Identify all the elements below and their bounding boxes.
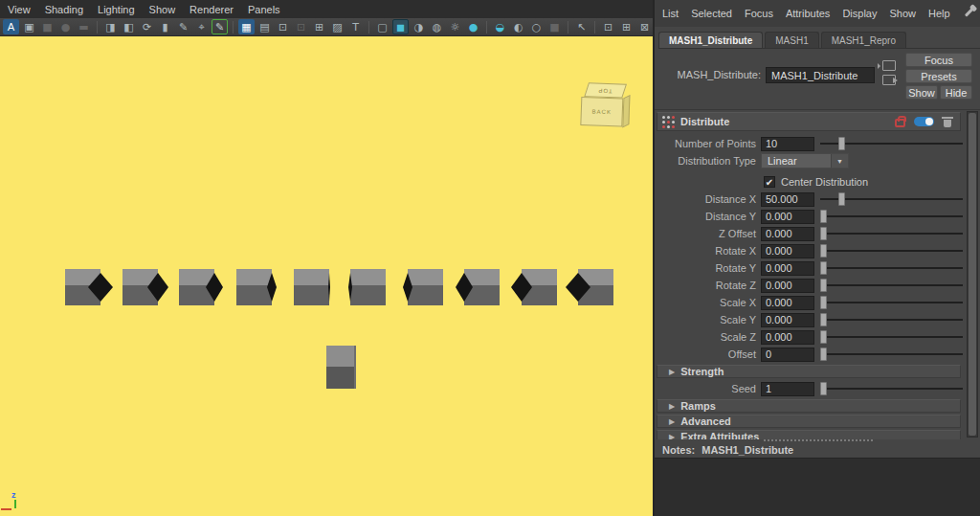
attr-field-distance-x[interactable] xyxy=(761,192,814,207)
mash-cube-3[interactable] xyxy=(236,269,272,305)
slider-handle-z-offset[interactable] xyxy=(820,227,827,240)
slider-handle-scale-y[interactable] xyxy=(820,313,827,326)
attr-field-rotate-z[interactable] xyxy=(761,279,814,293)
attr-field-seed[interactable] xyxy=(761,382,814,396)
ae-menu-show[interactable]: Show xyxy=(889,8,916,19)
view-cube-front-face[interactable]: BACK xyxy=(580,97,623,127)
xray-active-components-icon[interactable]: ◐ xyxy=(510,19,526,34)
lock-camera-icon[interactable]: ■ xyxy=(39,19,56,34)
attr-slider-number-of-points[interactable] xyxy=(820,137,963,150)
slider-handle-scale-x[interactable] xyxy=(820,296,827,309)
select-camera-icon[interactable]: A xyxy=(3,19,19,34)
scrollbar-handle[interactable] xyxy=(969,113,976,436)
hide-button[interactable]: Hide xyxy=(940,85,972,100)
viewport-menu-shading[interactable]: Shading xyxy=(45,4,83,15)
annotate-pencil-icon[interactable]: ✎ xyxy=(212,19,228,34)
attr-field-scale-y[interactable] xyxy=(761,313,814,327)
safe-action-icon[interactable]: ▨ xyxy=(329,19,345,34)
view-cube-top-face[interactable]: TOP xyxy=(584,82,627,98)
camera-tumble-icon[interactable]: ⟳ xyxy=(139,19,155,34)
attr-slider-scale-y[interactable] xyxy=(820,313,963,326)
crop-region-icon[interactable]: ⊠ xyxy=(636,19,653,34)
viewport-menu-panels[interactable]: Panels xyxy=(248,4,280,15)
attr-slider-z-offset[interactable] xyxy=(820,227,963,240)
trash-icon[interactable] xyxy=(943,116,952,127)
show-button[interactable]: Show xyxy=(905,85,938,100)
attr-slider-seed[interactable] xyxy=(820,382,963,395)
mash-cube-2[interactable] xyxy=(179,269,214,305)
notes-resize-handle[interactable] xyxy=(764,439,873,441)
slider-handle-rotate-z[interactable] xyxy=(820,279,827,292)
attr-field-number-of-points[interactable] xyxy=(761,137,814,151)
slider-handle-rotate-x[interactable] xyxy=(820,244,827,258)
view-cube-side-face[interactable] xyxy=(622,95,630,127)
textured-display-icon[interactable]: ◑ xyxy=(411,19,427,34)
viewport-menu-lighting[interactable]: Lighting xyxy=(98,4,135,15)
slider-handle-distance-y[interactable] xyxy=(820,210,827,223)
ae-menu-selected[interactable]: Selected xyxy=(691,8,732,19)
distribute-section-header[interactable]: Distribute xyxy=(657,112,961,131)
grease-pencil-icon[interactable]: ✎ xyxy=(175,19,191,34)
section-strength[interactable]: ▶Strength xyxy=(657,365,961,378)
shaded-display-icon[interactable]: ◼ xyxy=(392,19,409,34)
mash-cube-1[interactable] xyxy=(122,269,158,305)
attr-slider-distance-x[interactable] xyxy=(820,192,963,206)
viewport-menu-show[interactable]: Show xyxy=(149,4,176,15)
attr-slider-rotate-z[interactable] xyxy=(820,279,963,292)
section-ramps[interactable]: ▶Ramps xyxy=(657,399,961,413)
lock-icon[interactable] xyxy=(895,119,905,127)
film-gate-icon[interactable]: ▤ xyxy=(256,19,273,34)
ae-menu-help[interactable]: Help xyxy=(928,8,950,19)
ae-menu-attributes[interactable]: Attributes xyxy=(786,8,830,19)
distribution-type-dropdown[interactable]: Linear▼ xyxy=(761,153,849,168)
wireframe-display-icon[interactable]: ▢ xyxy=(374,19,390,34)
xray-icon[interactable]: ◒ xyxy=(492,19,508,34)
mash-cube-6[interactable] xyxy=(408,269,443,305)
enable-toggle[interactable] xyxy=(914,117,934,126)
mash-cube-7[interactable] xyxy=(464,269,500,305)
mash-cube-8[interactable] xyxy=(522,269,557,305)
chevron-down-icon[interactable]: ▼ xyxy=(831,154,848,168)
load-attributes-icon[interactable] xyxy=(882,60,896,71)
attr-field-z-offset[interactable] xyxy=(761,227,814,241)
source-cube[interactable] xyxy=(326,346,356,389)
copy-tab-icon[interactable] xyxy=(882,75,896,85)
resolution-gate-icon[interactable]: ⊡ xyxy=(275,19,291,34)
use-default-material-icon[interactable]: ◍ xyxy=(429,19,445,34)
tab-mash1-repro[interactable]: MASH1_Repro xyxy=(821,32,906,48)
copy-view-icon[interactable]: ⊡ xyxy=(600,19,616,34)
smooth-shade-icon[interactable]: ■ xyxy=(546,19,563,34)
attr-field-rotate-y[interactable] xyxy=(761,261,814,276)
object-selection-icon[interactable]: ↖ xyxy=(573,19,590,34)
viewport-menu-renderer[interactable]: Renderer xyxy=(189,4,234,15)
field-chart-icon[interactable]: ⊞ xyxy=(311,19,327,34)
mash-cube-5[interactable] xyxy=(350,269,386,305)
tab-mash1[interactable]: MASH1 xyxy=(765,32,818,48)
motion-blur-icon[interactable]: ● xyxy=(465,19,481,34)
mash-cube-9[interactable] xyxy=(578,269,613,305)
scrollbar[interactable] xyxy=(967,111,978,437)
bookmark-icon[interactable]: ▮ xyxy=(157,19,173,34)
section-extra-attributes[interactable]: ▶Extra Attributes xyxy=(657,430,961,439)
attr-slider-scale-z[interactable] xyxy=(820,330,963,344)
attr-slider-rotate-x[interactable] xyxy=(820,244,963,258)
grid-icon[interactable]: ▦ xyxy=(238,19,255,34)
section-advanced[interactable]: ▶Advanced xyxy=(657,415,961,428)
notes-textarea[interactable] xyxy=(655,458,980,516)
paste-view-icon[interactable]: ⊞ xyxy=(618,19,635,34)
snap-view-icon[interactable]: ⌖ xyxy=(193,19,210,34)
bookmarks-icon[interactable]: ▬ xyxy=(76,19,92,34)
focus-button[interactable]: Focus xyxy=(905,53,972,67)
attr-field-scale-x[interactable] xyxy=(761,296,814,310)
attr-field-rotate-x[interactable] xyxy=(761,244,814,258)
view-cube[interactable]: TOP BACK xyxy=(579,80,635,134)
slider-handle-rotate-y[interactable] xyxy=(820,261,827,275)
safe-title-icon[interactable]: T xyxy=(347,19,364,34)
attr-field-scale-z[interactable] xyxy=(761,330,814,345)
presets-button[interactable]: Presets xyxy=(905,69,972,83)
gate-mask-icon[interactable]: ⊡ xyxy=(293,19,309,34)
attr-slider-distance-y[interactable] xyxy=(820,210,963,223)
ae-menu-display[interactable]: Display xyxy=(842,8,877,19)
slider-handle-scale-z[interactable] xyxy=(820,330,827,344)
attr-slider-rotate-y[interactable] xyxy=(820,261,963,275)
